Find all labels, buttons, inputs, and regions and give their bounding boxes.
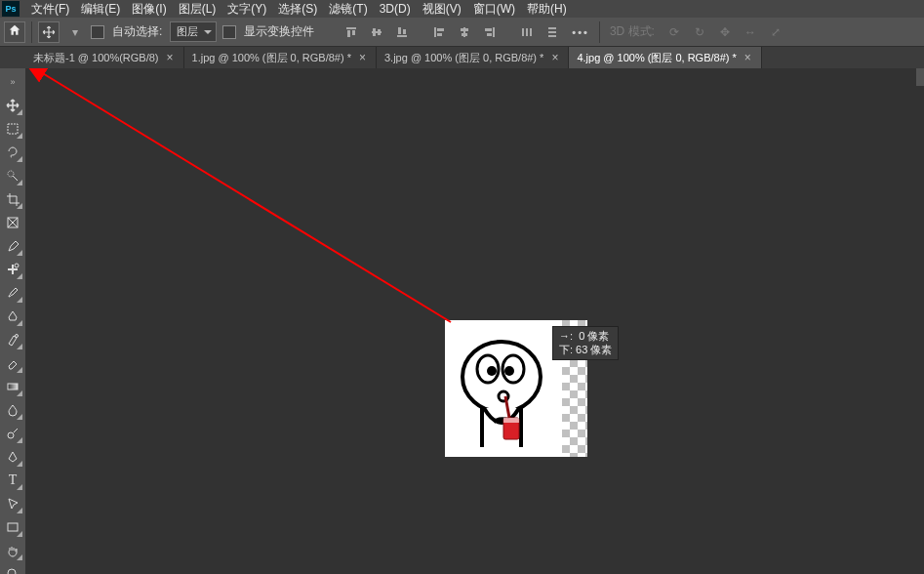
svg-rect-2 <box>352 30 355 35</box>
svg-rect-8 <box>403 29 406 34</box>
align-hcenter-icon[interactable] <box>455 22 474 42</box>
svg-rect-13 <box>461 28 468 31</box>
crop-tool[interactable] <box>2 188 23 210</box>
menubar: Ps 文件(F) 编辑(E) 图像(I) 图层(L) 文字(Y) 选择(S) 滤… <box>0 0 924 18</box>
svg-rect-7 <box>398 27 401 34</box>
marquee-tool[interactable] <box>2 118 23 140</box>
align-bottom-edges-icon[interactable] <box>392 22 412 42</box>
more-options-icon[interactable]: ••• <box>568 26 593 38</box>
dodge-tool[interactable] <box>2 423 23 444</box>
menu-help[interactable]: 帮助(H) <box>521 0 573 20</box>
menu-3d[interactable]: 3D(D) <box>374 0 417 18</box>
image-content <box>445 320 562 457</box>
doc-tab-1jpg[interactable]: 1.jpg @ 100% (图层 0, RGB/8#) * × <box>184 47 377 68</box>
divider <box>599 21 600 43</box>
svg-rect-20 <box>530 28 532 36</box>
rectangle-tool[interactable] <box>2 516 23 538</box>
menu-edit[interactable]: 编辑(E) <box>75 0 126 20</box>
menu-view[interactable]: 视图(V) <box>417 0 467 20</box>
svg-line-43 <box>41 72 451 322</box>
eraser-tool[interactable] <box>2 352 23 374</box>
blur-tool[interactable] <box>2 399 23 421</box>
menu-window[interactable]: 窗口(W) <box>467 0 521 20</box>
quick-select-tool[interactable] <box>2 165 23 186</box>
svg-point-34 <box>8 569 16 574</box>
eyedropper-tool[interactable] <box>2 235 23 257</box>
pen-tool[interactable] <box>2 446 23 468</box>
auto-select-checkbox[interactable] <box>91 25 104 39</box>
show-transform-checkbox[interactable] <box>222 25 236 39</box>
close-icon[interactable]: × <box>743 51 753 64</box>
svg-point-29 <box>15 264 19 267</box>
move-tool-indicator[interactable] <box>38 21 60 43</box>
distribute-h-icon[interactable] <box>517 22 537 42</box>
lasso-tool[interactable] <box>2 142 23 163</box>
close-icon[interactable]: × <box>357 51 368 64</box>
close-icon[interactable]: × <box>549 51 560 64</box>
doc-tab-3jpg[interactable]: 3.jpg @ 100% (图层 0, RGB/8#) * × <box>377 47 569 68</box>
align-vcenter-icon[interactable] <box>367 22 386 42</box>
menu-image[interactable]: 图像(I) <box>126 0 172 20</box>
tab-label: 4.jpg @ 100% (图层 0, RGB/8#) * <box>577 51 736 65</box>
roll-3d-icon[interactable]: ↻ <box>690 22 709 42</box>
align-right-edges-icon[interactable] <box>480 22 500 42</box>
brush-tool[interactable] <box>2 282 23 304</box>
align-left-edges-icon[interactable] <box>429 22 449 42</box>
tab-label: 1.jpg @ 100% (图层 0, RGB/8#) * <box>192 51 351 65</box>
svg-rect-42 <box>503 418 519 423</box>
svg-rect-21 <box>548 27 556 29</box>
auto-select-target[interactable]: 图层 <box>170 21 217 42</box>
align-top-edges-icon[interactable] <box>341 22 361 42</box>
chevron-down-icon[interactable]: ▾ <box>65 22 85 42</box>
gradient-tool[interactable] <box>2 376 23 397</box>
drag-measurement-tooltip: →: 0 像素 下: 63 像素 <box>552 326 619 360</box>
three-d-mode-label: 3D 模式: <box>606 23 659 40</box>
toolbar-flyout-icon[interactable]: » <box>2 71 23 93</box>
svg-point-39 <box>504 366 514 376</box>
doc-tab-4jpg[interactable]: 4.jpg @ 100% (图层 0, RGB/8#) * × <box>569 47 761 68</box>
tooltip-line1: →: 0 像素 <box>559 330 609 342</box>
svg-rect-17 <box>487 33 492 36</box>
menu-type[interactable]: 文字(Y) <box>221 0 272 20</box>
svg-rect-0 <box>346 27 356 29</box>
zoom-3d-icon[interactable]: ⤢ <box>766 22 785 42</box>
spot-heal-tool[interactable] <box>2 259 23 280</box>
svg-rect-6 <box>397 35 407 37</box>
ps-logo: Ps <box>2 1 20 17</box>
svg-rect-1 <box>347 30 350 37</box>
svg-rect-28 <box>12 265 14 274</box>
svg-rect-16 <box>485 28 492 31</box>
svg-rect-15 <box>493 27 495 37</box>
pan-3d-icon[interactable]: ✥ <box>715 22 735 42</box>
svg-rect-31 <box>8 384 18 390</box>
canvas-area[interactable]: →: 0 像素 下: 63 像素 <box>25 68 924 574</box>
svg-rect-10 <box>437 28 444 31</box>
svg-point-30 <box>16 335 19 338</box>
orbit-3d-icon[interactable]: ⟳ <box>664 22 684 42</box>
auto-select-label: 自动选择: <box>110 23 164 40</box>
menu-file[interactable]: 文件(F) <box>25 0 75 20</box>
svg-rect-9 <box>434 27 436 37</box>
close-icon[interactable]: × <box>165 51 176 64</box>
svg-rect-18 <box>522 28 524 36</box>
slide-3d-icon[interactable]: ↔ <box>741 22 760 42</box>
type-tool[interactable]: T <box>2 470 23 491</box>
path-select-tool[interactable] <box>2 493 23 514</box>
frame-tool[interactable] <box>2 212 23 233</box>
svg-rect-19 <box>526 28 528 36</box>
menu-layer[interactable]: 图层(L) <box>173 0 222 20</box>
clone-stamp-tool[interactable] <box>2 306 23 327</box>
distribute-v-icon[interactable] <box>542 22 562 42</box>
svg-rect-23 <box>548 35 556 37</box>
zoom-tool[interactable] <box>2 563 23 574</box>
hand-tool[interactable] <box>2 540 23 561</box>
doc-tab-untitled[interactable]: 未标题-1 @ 100%(RGB/8) × <box>25 47 184 68</box>
history-brush-tool[interactable] <box>2 329 23 350</box>
menu-select[interactable]: 选择(S) <box>272 0 323 20</box>
home-button[interactable] <box>4 21 25 43</box>
move-tool[interactable] <box>2 95 23 116</box>
tab-label: 未标题-1 @ 100%(RGB/8) <box>33 51 159 65</box>
menu-filter[interactable]: 滤镜(T) <box>323 0 373 20</box>
collapsed-panels-strip[interactable] <box>916 68 924 86</box>
svg-point-38 <box>487 366 497 376</box>
